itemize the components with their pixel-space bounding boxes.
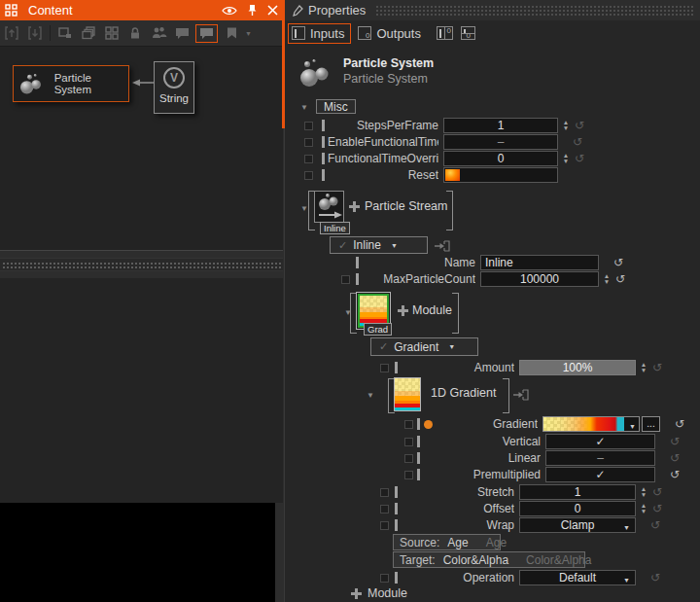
- pin-icon[interactable]: [247, 4, 258, 17]
- spinner-icon[interactable]: ▲▼: [561, 119, 571, 132]
- pin-bar: [322, 136, 325, 148]
- amount-field[interactable]: 100%: [519, 360, 636, 375]
- chevron-down-icon: ▼: [623, 521, 630, 535]
- pin-bar: [356, 273, 359, 285]
- offset-field[interactable]: 0: [519, 501, 636, 516]
- stretch-field[interactable]: 1: [519, 484, 636, 500]
- chevron-down-icon[interactable]: ▼: [629, 420, 636, 434]
- reset-icon[interactable]: ↺: [575, 152, 584, 165]
- reset-icon[interactable]: ↺: [670, 451, 680, 465]
- row-label: Name: [362, 256, 475, 269]
- node-icon[interactable]: [53, 23, 77, 43]
- row-checkbox[interactable]: [380, 521, 389, 530]
- close-icon[interactable]: [267, 5, 278, 16]
- linear-field[interactable]: –: [545, 450, 655, 466]
- premultiplied-field[interactable]: ✓: [545, 467, 655, 482]
- patch-canvas[interactable]: Particle System V String: [0, 47, 283, 251]
- spinner-icon[interactable]: ▲▼: [639, 361, 648, 374]
- maxparticlecount-field[interactable]: 100000: [480, 271, 599, 287]
- reset-icon[interactable]: ↺: [613, 256, 623, 269]
- operation-field[interactable]: Default▼: [519, 570, 636, 585]
- panel-splitter[interactable]: [0, 252, 283, 278]
- render-output[interactable]: [0, 503, 275, 602]
- reset-icon[interactable]: ↺: [675, 417, 684, 431]
- row-label: EnableFunctionalTime...: [328, 135, 438, 149]
- row-checkbox[interactable]: [404, 471, 413, 479]
- splitter-grip[interactable]: [0, 258, 283, 271]
- row-checkbox[interactable]: [380, 488, 389, 497]
- stepsperframe-field[interactable]: 1: [443, 118, 558, 133]
- reset-icon[interactable]: ↺: [650, 571, 660, 584]
- row-checkbox[interactable]: [380, 505, 389, 513]
- pin-bar: [395, 362, 398, 373]
- row-checkbox[interactable]: [404, 420, 413, 429]
- row-checkbox[interactable]: [304, 122, 313, 130]
- bookmark-icon[interactable]: [220, 23, 243, 43]
- row-label: Vertical: [423, 435, 541, 448]
- reset-icon[interactable]: ↺: [652, 485, 662, 499]
- row-checkbox[interactable]: [404, 454, 413, 463]
- content-titlebar[interactable]: Content: [0, 0, 283, 20]
- gradient-field[interactable]: ▼: [542, 416, 640, 432]
- comment-icon[interactable]: [170, 23, 193, 43]
- row-checkbox[interactable]: [404, 438, 413, 446]
- grid-icon[interactable]: [100, 23, 123, 43]
- property-row-enablefunctionaltime: EnableFunctionalTime...–↺: [285, 134, 700, 150]
- reset-icon[interactable]: ↺: [652, 361, 662, 374]
- export-patch-icon[interactable]: [0, 23, 23, 43]
- row-checkbox[interactable]: [304, 138, 313, 147]
- reset-icon[interactable]: ↺: [573, 135, 582, 149]
- spinner-icon[interactable]: ▲▼: [639, 485, 648, 499]
- pin-group-chip-target[interactable]: Target:Color&AlphaColor&Alpha: [393, 551, 585, 568]
- pin-bar: [417, 418, 420, 430]
- property-row-premultiplied: Premultiplied✓↺: [285, 467, 700, 482]
- pin-group-chip-source[interactable]: Source:AgeAge: [393, 534, 501, 550]
- row-label: Wrap: [401, 518, 514, 532]
- wrap-field[interactable]: Clamp▼: [519, 517, 636, 533]
- lock-icon[interactable]: [123, 23, 147, 43]
- spinner-icon[interactable]: ▲▼: [602, 272, 612, 286]
- row-checkbox[interactable]: [304, 155, 313, 163]
- reset-icon[interactable]: ↺: [650, 518, 660, 532]
- reset-icon[interactable]: ↺: [652, 502, 662, 515]
- row-checkbox[interactable]: [341, 275, 350, 284]
- content-toolbar: ▼: [0, 20, 283, 47]
- chip-label: Target:: [400, 553, 436, 567]
- import-patch-icon[interactable]: [23, 23, 47, 43]
- row-checkbox[interactable]: [380, 364, 389, 372]
- eye-icon[interactable]: [222, 5, 237, 17]
- bang-button[interactable]: [445, 169, 460, 181]
- row-checkbox[interactable]: [380, 574, 389, 583]
- reset-icon[interactable]: ↺: [615, 272, 625, 286]
- add-module-footer[interactable]: Module: [351, 586, 407, 600]
- particle-system-node[interactable]: Particle System: [13, 65, 129, 102]
- empty-dock-panel[interactable]: [0, 278, 283, 503]
- properties-panel: Properties Inputs 0 Outputs 0 0 Parti: [284, 0, 700, 602]
- string-node-label: String: [159, 92, 189, 104]
- string-node[interactable]: V String: [154, 61, 194, 114]
- row-checkbox[interactable]: [304, 171, 313, 180]
- property-row-name: NameInline↺: [285, 255, 700, 270]
- users-icon[interactable]: [147, 23, 170, 43]
- reset-icon[interactable]: ↺: [670, 435, 680, 448]
- spinner-icon[interactable]: ▲▼: [561, 152, 571, 165]
- vertical-field[interactable]: ✓: [545, 434, 655, 449]
- reset-field[interactable]: [443, 167, 558, 183]
- name-field[interactable]: Inline: [480, 255, 599, 270]
- comment-active-icon: [198, 26, 215, 41]
- reset-icon[interactable]: ↺: [575, 119, 584, 132]
- property-row-linear: Linear–↺: [285, 450, 700, 466]
- layers-icon[interactable]: [77, 23, 100, 43]
- functionaltimeoverride-field[interactable]: 0: [443, 151, 558, 166]
- particle-system-node-label: Particle System: [54, 72, 128, 95]
- comment-active-button[interactable]: [195, 24, 218, 43]
- row-label: Linear: [423, 451, 541, 465]
- toolbar-separator: [50, 25, 51, 41]
- focus-indicator: [282, 0, 285, 128]
- enablefunctionaltime-field[interactable]: –: [443, 134, 558, 150]
- gradient-more-button[interactable]: ...: [642, 416, 660, 432]
- pin-bar: [395, 519, 398, 531]
- bookmark-dropdown-icon[interactable]: ▼: [245, 30, 252, 37]
- spinner-icon[interactable]: ▲▼: [639, 502, 648, 515]
- reset-icon[interactable]: ↺: [670, 468, 680, 481]
